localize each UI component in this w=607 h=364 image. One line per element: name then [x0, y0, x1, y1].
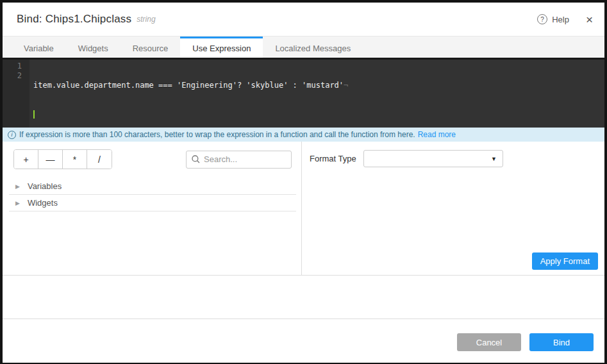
chevron-right-icon[interactable]: ▶	[15, 200, 20, 206]
chevron-right-icon[interactable]: ▶	[15, 183, 20, 190]
line-number: 1	[3, 62, 22, 71]
info-bar: i If expression is more than 100 charact…	[3, 128, 604, 142]
read-more-link[interactable]: Read more	[418, 130, 456, 139]
empty-area	[3, 276, 604, 318]
panels-section: + — * / ▶ Variables	[3, 142, 604, 276]
line-number: 2	[3, 71, 22, 81]
plus-operator-button[interactable]: +	[14, 150, 38, 169]
operator-button-group: + — * /	[13, 149, 112, 169]
tab-resource[interactable]: Resource	[121, 37, 181, 58]
tree-item-variables[interactable]: ▶ Variables	[9, 178, 296, 195]
search-icon	[192, 155, 200, 163]
tab-bar: Variable Widgets Resource Use Expression…	[3, 37, 604, 58]
dialog-footer: Cancel Bind	[3, 318, 604, 363]
info-icon: i	[8, 131, 16, 139]
bind-dialog: Bind: Chips1.Chipclass string ? Help × V…	[3, 3, 604, 363]
cancel-button[interactable]: Cancel	[457, 333, 521, 351]
apply-format-button[interactable]: Apply Format	[532, 252, 598, 270]
text-cursor	[33, 110, 35, 119]
format-type-label: Format Type	[310, 154, 363, 163]
tab-localized-messages[interactable]: Localized Messages	[263, 37, 363, 58]
tab-variable[interactable]: Variable	[12, 37, 66, 58]
operator-toolbar: + — * /	[3, 149, 301, 169]
tab-use-expression[interactable]: Use Expression	[180, 37, 263, 58]
editor-gutter: 1 2	[3, 60, 29, 128]
multiply-operator-button[interactable]: *	[63, 150, 87, 169]
info-message: If expression is more than 100 character…	[19, 130, 415, 139]
eol-mark: ¬	[344, 81, 348, 90]
expression-editor[interactable]: 1 2 item.value.department.name === 'Engi…	[3, 58, 604, 128]
search-input[interactable]	[204, 154, 286, 164]
help-icon: ?	[537, 14, 547, 24]
dialog-header: Bind: Chips1.Chipclass string ? Help ×	[3, 3, 604, 37]
format-type-row: Format Type ▼	[302, 150, 604, 167]
minus-operator-button[interactable]: —	[38, 150, 63, 169]
property-type-label: string	[137, 15, 155, 24]
close-icon[interactable]: ×	[586, 13, 593, 26]
expression-helpers-panel: + — * / ▶ Variables	[3, 142, 302, 275]
bind-button[interactable]: Bind	[529, 333, 594, 351]
tab-widgets[interactable]: Widgets	[66, 37, 121, 58]
help-label: Help	[552, 15, 569, 24]
code-line-1: item.value.department.name === 'Engineer…	[33, 81, 604, 90]
editor-code-area[interactable]: item.value.department.name === 'Engineer…	[29, 60, 604, 128]
tree-item-label: Widgets	[28, 198, 58, 208]
format-panel: Format Type ▼ Apply Format	[302, 142, 604, 275]
help-button[interactable]: ? Help	[537, 14, 569, 24]
search-box	[186, 151, 292, 169]
binding-source-tree: ▶ Variables ▶ Widgets	[3, 178, 301, 211]
dialog-title: Bind: Chips1.Chipclass	[17, 13, 131, 26]
divide-operator-button[interactable]: /	[87, 150, 112, 169]
format-type-select[interactable]: ▼	[363, 150, 503, 167]
tree-item-label: Variables	[28, 181, 62, 191]
code-line-2	[33, 110, 604, 119]
chevron-down-icon: ▼	[491, 156, 497, 162]
tree-item-widgets[interactable]: ▶ Widgets	[9, 195, 296, 211]
